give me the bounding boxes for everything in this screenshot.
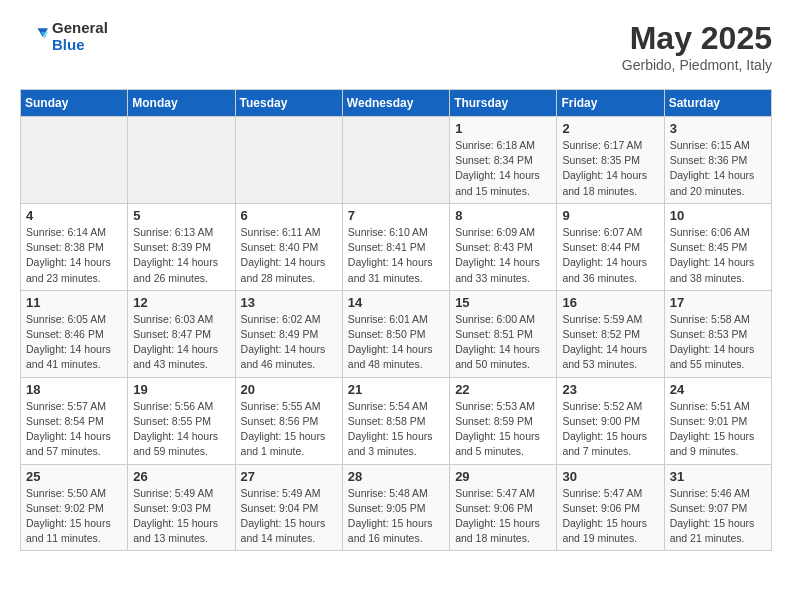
day-info: Sunrise: 6:14 AM Sunset: 8:38 PM Dayligh… (26, 225, 122, 286)
day-number: 26 (133, 469, 229, 484)
calendar-cell: 1Sunrise: 6:18 AM Sunset: 8:34 PM Daylig… (450, 117, 557, 204)
calendar-cell: 28Sunrise: 5:48 AM Sunset: 9:05 PM Dayli… (342, 464, 449, 551)
day-info: Sunrise: 6:00 AM Sunset: 8:51 PM Dayligh… (455, 312, 551, 373)
day-info: Sunrise: 5:47 AM Sunset: 9:06 PM Dayligh… (455, 486, 551, 547)
calendar-cell: 12Sunrise: 6:03 AM Sunset: 8:47 PM Dayli… (128, 290, 235, 377)
header-day: Sunday (21, 90, 128, 117)
calendar-cell: 20Sunrise: 5:55 AM Sunset: 8:56 PM Dayli… (235, 377, 342, 464)
logo-icon (20, 23, 48, 51)
calendar-cell: 25Sunrise: 5:50 AM Sunset: 9:02 PM Dayli… (21, 464, 128, 551)
day-number: 29 (455, 469, 551, 484)
day-number: 13 (241, 295, 337, 310)
calendar-cell: 26Sunrise: 5:49 AM Sunset: 9:03 PM Dayli… (128, 464, 235, 551)
calendar-week: 11Sunrise: 6:05 AM Sunset: 8:46 PM Dayli… (21, 290, 772, 377)
calendar-cell: 27Sunrise: 5:49 AM Sunset: 9:04 PM Dayli… (235, 464, 342, 551)
day-number: 16 (562, 295, 658, 310)
calendar-cell: 9Sunrise: 6:07 AM Sunset: 8:44 PM Daylig… (557, 203, 664, 290)
day-number: 31 (670, 469, 766, 484)
calendar-cell: 13Sunrise: 6:02 AM Sunset: 8:49 PM Dayli… (235, 290, 342, 377)
calendar-subtitle: Gerbido, Piedmont, Italy (622, 57, 772, 73)
logo: General Blue (20, 20, 108, 53)
logo-text: General Blue (52, 20, 108, 53)
day-number: 22 (455, 382, 551, 397)
header-day: Wednesday (342, 90, 449, 117)
logo-blue: Blue (52, 37, 108, 54)
day-info: Sunrise: 6:07 AM Sunset: 8:44 PM Dayligh… (562, 225, 658, 286)
day-info: Sunrise: 6:11 AM Sunset: 8:40 PM Dayligh… (241, 225, 337, 286)
day-info: Sunrise: 5:58 AM Sunset: 8:53 PM Dayligh… (670, 312, 766, 373)
day-number: 23 (562, 382, 658, 397)
day-number: 19 (133, 382, 229, 397)
day-info: Sunrise: 5:54 AM Sunset: 8:58 PM Dayligh… (348, 399, 444, 460)
calendar-week: 25Sunrise: 5:50 AM Sunset: 9:02 PM Dayli… (21, 464, 772, 551)
day-info: Sunrise: 5:47 AM Sunset: 9:06 PM Dayligh… (562, 486, 658, 547)
day-number: 10 (670, 208, 766, 223)
day-number: 25 (26, 469, 122, 484)
day-number: 5 (133, 208, 229, 223)
title-block: May 2025 Gerbido, Piedmont, Italy (622, 20, 772, 73)
page-header: General Blue May 2025 Gerbido, Piedmont,… (20, 20, 772, 73)
calendar-week: 4Sunrise: 6:14 AM Sunset: 8:38 PM Daylig… (21, 203, 772, 290)
day-info: Sunrise: 6:17 AM Sunset: 8:35 PM Dayligh… (562, 138, 658, 199)
calendar-cell: 10Sunrise: 6:06 AM Sunset: 8:45 PM Dayli… (664, 203, 771, 290)
calendar-cell: 18Sunrise: 5:57 AM Sunset: 8:54 PM Dayli… (21, 377, 128, 464)
day-number: 21 (348, 382, 444, 397)
calendar-cell: 2Sunrise: 6:17 AM Sunset: 8:35 PM Daylig… (557, 117, 664, 204)
day-number: 28 (348, 469, 444, 484)
calendar-week: 18Sunrise: 5:57 AM Sunset: 8:54 PM Dayli… (21, 377, 772, 464)
header-day: Friday (557, 90, 664, 117)
calendar-body: 1Sunrise: 6:18 AM Sunset: 8:34 PM Daylig… (21, 117, 772, 551)
calendar-title: May 2025 (622, 20, 772, 57)
day-info: Sunrise: 6:01 AM Sunset: 8:50 PM Dayligh… (348, 312, 444, 373)
calendar-cell: 15Sunrise: 6:00 AM Sunset: 8:51 PM Dayli… (450, 290, 557, 377)
calendar-cell: 5Sunrise: 6:13 AM Sunset: 8:39 PM Daylig… (128, 203, 235, 290)
header-day: Saturday (664, 90, 771, 117)
calendar-cell: 30Sunrise: 5:47 AM Sunset: 9:06 PM Dayli… (557, 464, 664, 551)
day-info: Sunrise: 6:10 AM Sunset: 8:41 PM Dayligh… (348, 225, 444, 286)
day-info: Sunrise: 6:02 AM Sunset: 8:49 PM Dayligh… (241, 312, 337, 373)
calendar-cell: 14Sunrise: 6:01 AM Sunset: 8:50 PM Dayli… (342, 290, 449, 377)
calendar-cell: 7Sunrise: 6:10 AM Sunset: 8:41 PM Daylig… (342, 203, 449, 290)
day-number: 8 (455, 208, 551, 223)
calendar-cell: 22Sunrise: 5:53 AM Sunset: 8:59 PM Dayli… (450, 377, 557, 464)
day-info: Sunrise: 5:56 AM Sunset: 8:55 PM Dayligh… (133, 399, 229, 460)
day-info: Sunrise: 5:55 AM Sunset: 8:56 PM Dayligh… (241, 399, 337, 460)
day-number: 9 (562, 208, 658, 223)
day-info: Sunrise: 6:09 AM Sunset: 8:43 PM Dayligh… (455, 225, 551, 286)
header-day: Tuesday (235, 90, 342, 117)
day-number: 18 (26, 382, 122, 397)
day-number: 30 (562, 469, 658, 484)
day-info: Sunrise: 5:57 AM Sunset: 8:54 PM Dayligh… (26, 399, 122, 460)
day-info: Sunrise: 5:59 AM Sunset: 8:52 PM Dayligh… (562, 312, 658, 373)
day-number: 11 (26, 295, 122, 310)
day-number: 1 (455, 121, 551, 136)
logo-general: General (52, 20, 108, 37)
calendar-cell (342, 117, 449, 204)
day-number: 6 (241, 208, 337, 223)
header-row: SundayMondayTuesdayWednesdayThursdayFrid… (21, 90, 772, 117)
day-info: Sunrise: 6:18 AM Sunset: 8:34 PM Dayligh… (455, 138, 551, 199)
calendar-cell: 8Sunrise: 6:09 AM Sunset: 8:43 PM Daylig… (450, 203, 557, 290)
day-number: 7 (348, 208, 444, 223)
day-number: 20 (241, 382, 337, 397)
day-info: Sunrise: 6:13 AM Sunset: 8:39 PM Dayligh… (133, 225, 229, 286)
day-number: 4 (26, 208, 122, 223)
day-info: Sunrise: 5:51 AM Sunset: 9:01 PM Dayligh… (670, 399, 766, 460)
header-day: Monday (128, 90, 235, 117)
day-number: 12 (133, 295, 229, 310)
header-day: Thursday (450, 90, 557, 117)
calendar-cell (128, 117, 235, 204)
day-number: 14 (348, 295, 444, 310)
day-number: 24 (670, 382, 766, 397)
day-info: Sunrise: 5:49 AM Sunset: 9:03 PM Dayligh… (133, 486, 229, 547)
day-info: Sunrise: 5:50 AM Sunset: 9:02 PM Dayligh… (26, 486, 122, 547)
day-number: 15 (455, 295, 551, 310)
calendar-cell: 16Sunrise: 5:59 AM Sunset: 8:52 PM Dayli… (557, 290, 664, 377)
day-info: Sunrise: 5:52 AM Sunset: 9:00 PM Dayligh… (562, 399, 658, 460)
calendar-cell (235, 117, 342, 204)
calendar-header: SundayMondayTuesdayWednesdayThursdayFrid… (21, 90, 772, 117)
calendar-cell: 11Sunrise: 6:05 AM Sunset: 8:46 PM Dayli… (21, 290, 128, 377)
calendar-table: SundayMondayTuesdayWednesdayThursdayFrid… (20, 89, 772, 551)
day-info: Sunrise: 5:49 AM Sunset: 9:04 PM Dayligh… (241, 486, 337, 547)
calendar-week: 1Sunrise: 6:18 AM Sunset: 8:34 PM Daylig… (21, 117, 772, 204)
